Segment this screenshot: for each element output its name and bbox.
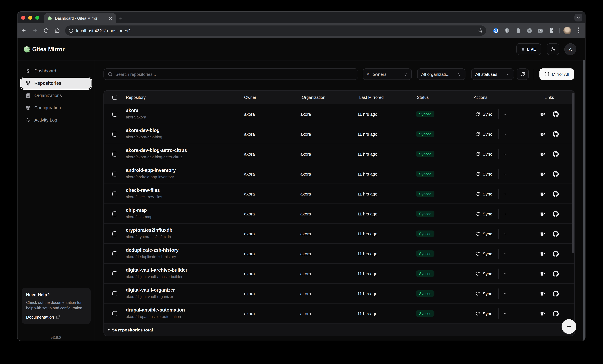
gitea-link-icon[interactable]	[539, 250, 545, 257]
site-info-icon[interactable]	[69, 28, 73, 33]
sync-button[interactable]: Sync	[475, 304, 492, 323]
row-expand-chevron[interactable]	[503, 212, 507, 216]
github-link-icon[interactable]	[553, 231, 559, 237]
forward-button[interactable]	[33, 28, 38, 33]
row-expand-chevron[interactable]	[503, 252, 507, 256]
gitea-link-icon[interactable]	[539, 211, 545, 217]
browser-menu-button[interactable]	[578, 27, 579, 34]
sync-button[interactable]: Sync	[475, 164, 492, 184]
gitea-link-icon[interactable]	[539, 171, 545, 177]
gitea-link-icon[interactable]	[539, 111, 545, 117]
row-checkbox[interactable]	[112, 311, 117, 316]
browser-profile-avatar[interactable]	[563, 27, 571, 34]
row-checkbox[interactable]	[112, 251, 117, 256]
tab-search-button[interactable]	[574, 14, 582, 22]
row-expand-chevron[interactable]	[503, 292, 507, 296]
row-checkbox[interactable]	[112, 271, 117, 276]
sync-button[interactable]: Sync	[475, 264, 492, 284]
row-checkbox[interactable]	[112, 132, 117, 136]
sync-button[interactable]: Sync	[475, 204, 492, 224]
app-version: v3.9.2	[18, 335, 94, 340]
documentation-link[interactable]: Documentation	[26, 315, 86, 319]
sync-button[interactable]: Sync	[475, 184, 492, 204]
search-input[interactable]: Search repositories...	[104, 68, 358, 80]
sync-button[interactable]: Sync	[475, 284, 492, 304]
row-expand-chevron[interactable]	[503, 192, 507, 196]
row-expand-chevron[interactable]	[503, 152, 507, 156]
user-avatar[interactable]: A	[564, 43, 576, 55]
live-status-button[interactable]: LIVE	[516, 43, 541, 55]
new-tab-button[interactable]	[118, 16, 123, 21]
gitea-link-icon[interactable]	[539, 151, 545, 157]
window-close-button[interactable]	[21, 16, 25, 20]
gitea-link-icon[interactable]	[539, 291, 545, 297]
github-link-icon[interactable]	[553, 291, 559, 297]
github-link-icon[interactable]	[553, 191, 559, 197]
window-zoom-button[interactable]	[35, 16, 39, 20]
extension-badger-icon[interactable]	[527, 28, 533, 34]
gitea-link-icon[interactable]	[539, 271, 545, 277]
address-bar[interactable]: localhost:4321/repositories?	[65, 25, 486, 36]
sync-button[interactable]: Sync	[475, 124, 492, 144]
url-text[interactable]: localhost:4321/repositories?	[76, 28, 478, 33]
sidebar-item[interactable]: Activity Log	[21, 114, 91, 125]
owners-filter-select[interactable]: All owners	[363, 68, 412, 80]
repository-path: akora/android-app-inventory	[126, 175, 174, 179]
extension-1password-icon[interactable]	[493, 28, 499, 34]
github-link-icon[interactable]	[553, 151, 559, 157]
bookmark-star-icon[interactable]	[478, 28, 483, 33]
extension-shield-icon[interactable]	[504, 28, 510, 34]
sidebar-item[interactable]: Dashboard	[21, 65, 91, 76]
add-repository-button[interactable]	[562, 319, 576, 334]
theme-toggle-button[interactable]	[547, 43, 559, 55]
row-expand-chevron[interactable]	[503, 232, 507, 236]
back-button[interactable]	[21, 28, 26, 33]
github-link-icon[interactable]	[553, 250, 559, 257]
row-checkbox[interactable]	[112, 231, 117, 236]
sync-button[interactable]: Sync	[475, 144, 492, 164]
window-minimize-button[interactable]	[28, 16, 32, 20]
row-checkbox[interactable]	[112, 191, 117, 196]
home-button[interactable]	[55, 28, 60, 33]
sidebar-item[interactable]: Organizations	[21, 90, 91, 101]
table-scrollbar-thumb[interactable]	[572, 93, 574, 253]
github-link-icon[interactable]	[553, 271, 559, 277]
sidebar-item[interactable]: Configuration	[21, 102, 91, 113]
extension-camera-icon[interactable]	[537, 28, 544, 34]
mirror-all-button[interactable]: Mirror All	[539, 68, 574, 80]
gitea-link-icon[interactable]	[539, 231, 545, 237]
extension-clipboard-icon[interactable]	[548, 28, 555, 34]
row-expand-chevron[interactable]	[503, 132, 507, 136]
sync-button[interactable]: Sync	[475, 244, 492, 264]
organizations-filter-select[interactable]: All organizati...	[417, 68, 465, 80]
select-all-checkbox[interactable]	[112, 95, 117, 100]
github-link-icon[interactable]	[553, 131, 559, 137]
sync-button[interactable]: Sync	[475, 224, 492, 244]
row-expand-chevron[interactable]	[503, 272, 507, 276]
gitea-link-icon[interactable]	[539, 131, 545, 137]
sync-button[interactable]: Sync	[475, 104, 492, 124]
refresh-button[interactable]	[517, 68, 529, 80]
browser-tab[interactable]: Dashboard - Gitea Mirror	[44, 13, 116, 23]
github-link-icon[interactable]	[553, 171, 559, 177]
github-link-icon[interactable]	[553, 310, 559, 317]
row-checkbox[interactable]	[112, 171, 117, 176]
row-expand-chevron[interactable]	[503, 172, 507, 176]
gitea-link-icon[interactable]	[539, 191, 545, 197]
github-link-icon[interactable]	[553, 211, 559, 217]
sidebar-item[interactable]: Repositories	[21, 78, 91, 89]
row-checkbox[interactable]	[112, 151, 117, 156]
reload-button[interactable]	[44, 28, 49, 33]
row-expand-chevron[interactable]	[503, 112, 507, 116]
github-link-icon[interactable]	[553, 111, 559, 117]
extension-ghostery-icon[interactable]	[515, 28, 521, 34]
statuses-filter-select[interactable]: All statuses	[471, 68, 514, 80]
row-checkbox[interactable]	[112, 211, 117, 216]
row-checkbox[interactable]	[112, 112, 117, 116]
gitea-link-icon[interactable]	[539, 310, 545, 317]
tab-close-icon[interactable]	[108, 16, 113, 21]
browser-scrollbar[interactable]	[583, 60, 585, 340]
refresh-icon	[475, 251, 480, 256]
row-checkbox[interactable]	[112, 291, 117, 296]
row-expand-chevron[interactable]	[503, 311, 507, 316]
